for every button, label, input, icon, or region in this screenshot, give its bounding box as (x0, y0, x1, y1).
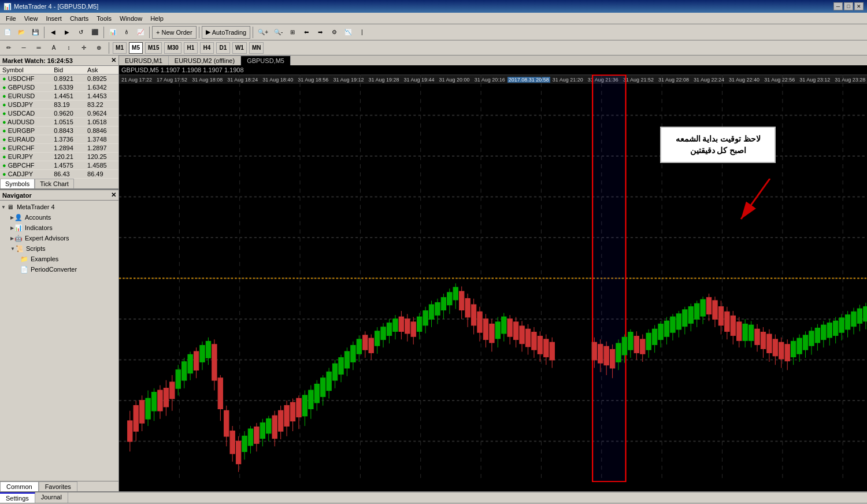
svg-rect-73 (278, 411, 283, 431)
market-watch-close[interactable]: ✕ (111, 57, 116, 64)
market-watch-row[interactable]: ● USDJPY 83.19 83.22 (0, 101, 118, 109)
menu-view[interactable]: View (21, 14, 42, 23)
market-watch-row[interactable]: ● GBPUSD 1.6339 1.6342 (0, 83, 118, 92)
svg-rect-144 (490, 324, 494, 343)
minimize-button[interactable]: ─ (833, 2, 843, 10)
forward-button[interactable]: ▶ (61, 26, 73, 39)
refresh-button[interactable]: ↺ (75, 26, 87, 39)
maximize-button[interactable]: □ (844, 2, 853, 10)
indicator-button[interactable]: 📉 (342, 26, 354, 39)
stop-button[interactable]: ⬛ (88, 26, 101, 39)
nav-indicators[interactable]: ▶ 📊 Indicators (0, 223, 118, 233)
chart-tab-eurusd-m2[interactable]: EURUSD,M2 (offline) (169, 55, 241, 65)
zoom-out-button[interactable]: 🔍- (272, 26, 285, 39)
svg-rect-244 (827, 323, 832, 338)
close-button[interactable]: ✕ (854, 2, 864, 10)
open-button[interactable]: 📂 (15, 26, 28, 39)
nav-expert-advisors[interactable]: ▶ 🤖 Expert Advisors (0, 233, 118, 243)
market-watch-row[interactable]: ● USDCAD 0.9620 0.9624 (0, 109, 118, 118)
menu-charts[interactable]: Charts (66, 14, 92, 23)
chart-bar-button[interactable]: 📊 (106, 26, 119, 39)
svg-rect-51 (212, 344, 217, 380)
svg-rect-198 (688, 307, 693, 323)
nav-metatrader4[interactable]: ▼ 🖥 MetaTrader 4 (0, 202, 118, 212)
svg-rect-104 (369, 338, 373, 353)
mw-tab-symbols[interactable]: Symbols (0, 179, 35, 188)
chart-candle-button[interactable]: 🕯 (120, 26, 133, 39)
mw-tab-tick-chart[interactable]: Tick Chart (35, 179, 74, 188)
timeframe-m1[interactable]: M1 (113, 42, 127, 54)
timeframe-m5[interactable]: M5 (129, 42, 143, 54)
tester-tab-journal[interactable]: Journal (35, 492, 68, 503)
market-watch-row[interactable]: ● GBPCHF 1.4575 1.4585 (0, 161, 118, 170)
timeframe-m15[interactable]: M15 (145, 42, 162, 54)
svg-rect-222 (761, 332, 765, 349)
svg-rect-234 (797, 338, 802, 353)
col-symbol: Symbol (0, 66, 51, 75)
market-watch-row[interactable]: ● CADJPY 86.43 86.49 (0, 170, 118, 179)
arrows-tool[interactable]: ↕ (62, 42, 75, 54)
cursor-tool[interactable]: ✛ (77, 42, 90, 54)
timeframe-h1[interactable]: H1 (184, 42, 198, 54)
tester-tab-settings[interactable]: Settings (0, 492, 35, 503)
market-watch-row[interactable]: ● EURCHF 1.2894 1.2897 (0, 144, 118, 153)
save-button[interactable]: 💾 (29, 26, 42, 39)
menu-bar: File View Insert Charts Tools Window Hel… (0, 13, 867, 24)
chart-canvas[interactable]: 1.1530 1.1525 1.1520 1.1515 1.1510 1.150… (119, 75, 867, 491)
line-tool[interactable]: ─ (17, 42, 30, 54)
menu-help[interactable]: Help (147, 14, 167, 23)
market-watch-row[interactable]: ● EURGBP 0.8843 0.8846 (0, 127, 118, 135)
chart-tab-gbpusd-m5[interactable]: GBPUSD,M5 (241, 55, 291, 65)
svg-rect-110 (387, 323, 391, 335)
tab-favorites[interactable]: Favorites (39, 481, 77, 491)
sep2 (103, 27, 104, 38)
nav-scripts[interactable]: ▼ 📜 Scripts (0, 243, 118, 254)
new-order-button[interactable]: + New Order (152, 26, 197, 39)
market-watch-row[interactable]: ● EURJPY 120.21 120.25 (0, 153, 118, 161)
nav-examples[interactable]: 📁 Examples (0, 254, 118, 264)
chart-scroll-right-button[interactable]: ➡ (314, 26, 327, 39)
chart-tab-eurusd-m1[interactable]: EURUSD,M1 (119, 55, 169, 65)
menu-window[interactable]: Window (116, 14, 146, 23)
timeframe-w1[interactable]: W1 (232, 42, 247, 54)
new-file-button[interactable]: 📄 (1, 26, 14, 39)
back-button[interactable]: ◀ (47, 26, 60, 39)
properties-button[interactable]: ⚙ (328, 26, 340, 39)
chart-scroll-button[interactable]: ⬅ (300, 26, 313, 39)
chart-grid-button[interactable]: ⊞ (286, 26, 299, 39)
market-watch-row[interactable]: ● AUDUSD 1.0515 1.0518 (0, 118, 118, 127)
market-watch-row[interactable]: ● USDCHF 0.8921 0.8925 (0, 75, 118, 83)
timeframe-h4[interactable]: H4 (200, 42, 214, 54)
text-tool[interactable]: A (47, 42, 60, 54)
navigator-close[interactable]: ✕ (111, 191, 116, 199)
tab-common[interactable]: Common (0, 481, 39, 491)
market-watch-row[interactable]: ● EURUSD 1.4451 1.4453 (0, 92, 118, 101)
nav-period-converter[interactable]: 📄 PeriodConverter (0, 264, 118, 275)
timeframe-m30[interactable]: M30 (164, 42, 181, 54)
timeframe-mn[interactable]: MN (249, 42, 264, 54)
symbol-bid: 1.4451 (51, 92, 85, 101)
new-order-label: New Order (161, 29, 192, 36)
menu-insert[interactable]: Insert (42, 14, 65, 23)
timeframe-d1[interactable]: D1 (216, 42, 230, 54)
svg-rect-45 (194, 351, 198, 370)
svg-rect-160 (538, 336, 542, 354)
menu-tools[interactable]: Tools (93, 14, 115, 23)
svg-rect-47 (200, 346, 205, 362)
crosshair-tool[interactable]: ⊕ (92, 42, 105, 54)
hline-tool[interactable]: ═ (32, 42, 45, 54)
svg-rect-29 (146, 398, 150, 418)
period-sep-button[interactable]: | (355, 26, 368, 39)
svg-rect-256 (864, 307, 867, 321)
zoom-in-button[interactable]: 🔍+ (255, 26, 271, 39)
menu-file[interactable]: File (2, 14, 20, 23)
draw-tool[interactable]: ✏ (2, 42, 15, 54)
svg-rect-240 (815, 328, 820, 343)
svg-rect-41 (182, 362, 187, 380)
market-watch-row[interactable]: ● EURAUD 1.3736 1.3748 (0, 135, 118, 144)
autotrading-button[interactable]: ▶ AutoTrading (202, 26, 251, 39)
nav-accounts[interactable]: ▶ 👤 Accounts (0, 212, 118, 223)
chart-line-button[interactable]: 📈 (134, 26, 147, 39)
svg-rect-176 (622, 338, 627, 355)
svg-rect-188 (658, 324, 663, 339)
